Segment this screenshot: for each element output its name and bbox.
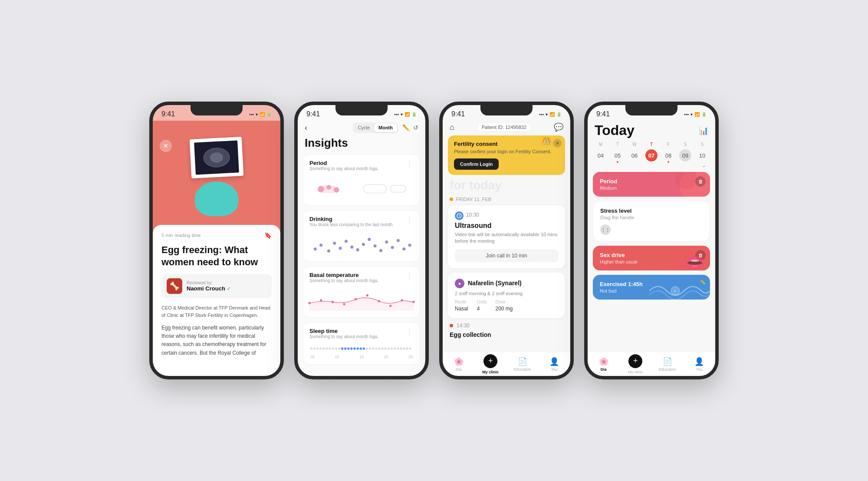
appt1-title: Ultrasound [455,222,558,230]
sleep-card-header: Sleep time Something to say about month … [309,328,414,343]
cal-date-08[interactable]: 08 [662,149,674,161]
bookmark-icon[interactable]: 🔖 [264,232,272,239]
svg-point-56 [369,347,371,349]
appt2-time: 14:30 [457,323,470,329]
cal-chevron[interactable]: ⌄ [595,161,708,168]
svg-point-10 [314,247,317,250]
svg-point-6 [326,185,331,190]
sleep-insight-card: Sleep time Something to say about month … [303,322,420,365]
clinic-header: ⌂ Patient ID: 12495832 💬 [443,121,570,135]
edit-icon[interactable]: ✏️ [402,124,410,131]
svg-point-67 [403,347,405,349]
svg-point-48 [344,347,346,349]
svg-point-26 [408,244,411,247]
nav-dia[interactable]: 🌸 Dia [443,357,475,372]
nav4-clinic[interactable]: + My clinic [620,354,652,374]
appt2-title: Egg collection [443,331,570,338]
svg-point-55 [366,347,368,349]
day-T2: T [645,142,658,147]
svg-point-50 [350,347,352,349]
ultrasound-appointment: 10:30 Ultrasound Video link will be auto… [448,205,565,268]
appt-icon [455,211,464,220]
period-card: 🗑 Period Medium [593,172,710,197]
you4-icon: 👤 [694,357,704,366]
svg-point-35 [401,299,403,301]
back-button[interactable]: ‹ [305,123,307,132]
med-icon: ● [455,279,464,288]
status-time-3: 9:41 [451,110,465,118]
phone-article: 9:41 ▪▪▪▾📶🔋 ✕ [149,102,284,379]
period-menu[interactable]: ⋮ [406,160,414,168]
verified-icon: ✓ [227,286,230,291]
confirm-login-button[interactable]: Confirm Login [454,158,499,170]
svg-text:+: + [674,289,676,293]
cycle-toggle[interactable]: Cycle Month [353,122,398,133]
day-W: W [628,142,641,147]
nav-clinic-tab[interactable]: + My clinic [475,354,507,374]
notch [191,105,243,115]
stats-icon[interactable]: 📊 [699,126,708,135]
nav-education[interactable]: 📄 Education [506,357,539,372]
svg-point-21 [379,249,382,252]
svg-point-24 [397,239,400,242]
dia4-label: Dia [601,367,607,372]
period-insight-card: Period Something to say about month logs… [303,154,420,206]
exercise-card: ✏️ Exercised 1:45h Not bad + [593,275,710,300]
stress-handle[interactable]: ⋮⋮ [600,224,611,235]
svg-point-33 [378,300,380,302]
svg-point-11 [319,244,322,247]
period-card-header: Period Something to say about month logs… [309,160,414,175]
cal-dates: 04 05 06 07 08 09 10 [595,149,708,161]
nav4-dia[interactable]: 🌸 Dia [588,357,620,372]
wave-decoration: + [649,275,710,300]
sleep-card-title: Sleep time [309,328,379,334]
article-body-container: 5 min reading time 🔖 Egg freezing: What … [153,225,280,376]
join-call-button[interactable]: Join call in 10 min [455,249,558,262]
cal-date-07[interactable]: 07 [645,149,658,161]
nav4-education[interactable]: 📄 Education [651,357,684,372]
sleep-menu[interactable]: ⋮ [406,328,414,336]
clinic4-label: My clinic [628,370,643,374]
dia-icon: 🌸 [454,357,464,366]
header-icons: ✏️ ↺ [402,124,418,131]
phones-container: 9:41 ▪▪▪▾📶🔋 ✕ [149,102,719,379]
nav4-you[interactable]: 👤 You [684,357,716,372]
reading-time: 5 min reading time [161,233,201,238]
cal-date-04[interactable]: 04 [595,149,607,161]
chat-icon[interactable]: 💬 [554,122,563,132]
medication-card: ● Nafarelin (Synarel) 2 sniff morning & … [448,273,565,318]
svg-point-58 [375,347,377,349]
drinking-card-desc: You drunk less comparing to the last mon… [309,222,394,227]
home-icon[interactable]: ⌂ [450,123,454,132]
you-label: You [551,367,558,372]
close-button[interactable]: ✕ [160,140,172,152]
insights-scroll: Period Something to say about month logs… [298,154,425,369]
history-icon[interactable]: ↺ [413,124,418,131]
period-card-desc: Something to say about month logs. [309,166,379,171]
drinking-menu[interactable]: ⋮ [406,216,414,224]
reviewer-info: Reviewed by: Naomi Crouch ✓ [187,280,230,292]
status-time-2: 9:41 [306,110,320,118]
cal-date-10[interactable]: 10 [696,149,708,161]
med-table: Route Nasal Units 4 Dose 200 mg [455,300,558,312]
units-label: Units [477,300,487,304]
svg-point-59 [378,347,380,349]
ultrasound-card [190,137,244,178]
basal-menu[interactable]: ⋮ [406,272,414,280]
nav-you[interactable]: 👤 You [539,357,571,372]
toggle-cycle[interactable]: Cycle [354,123,375,132]
toggle-month[interactable]: Month [374,123,397,132]
svg-point-29 [332,301,334,303]
banner-close-button[interactable]: ✕ [553,139,562,148]
route-col: Route Nasal [455,300,468,312]
med-dose-text: 2 sniff morning & 2 sniff evening [455,291,558,296]
cal-date-05[interactable]: 05 [612,149,624,161]
svg-point-43 [329,347,331,349]
cal-date-09[interactable]: 09 [679,149,691,161]
svg-point-30 [343,303,345,305]
svg-point-52 [356,347,358,349]
sleep-chart [309,344,414,353]
cal-date-06[interactable]: 06 [628,149,641,161]
dia-label: Dia [456,367,462,372]
article-title: Egg freezing: What women need to know [161,244,272,268]
